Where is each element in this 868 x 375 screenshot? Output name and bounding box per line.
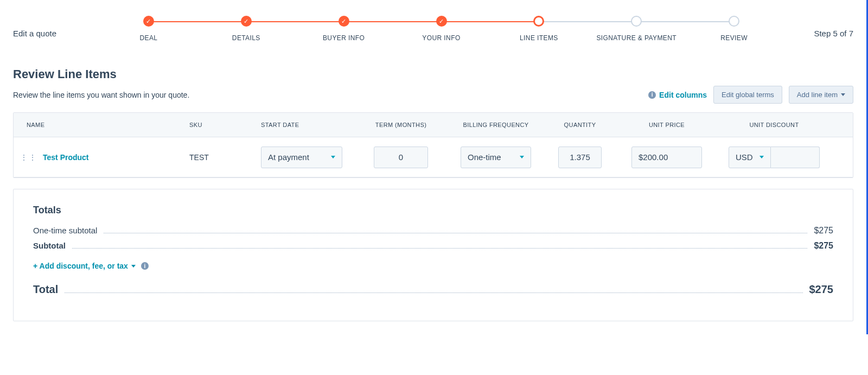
add-discount-label: + Add discount, fee, or tax	[33, 262, 128, 270]
column-header-unit-price[interactable]: UNIT PRICE	[612, 113, 721, 137]
totals-title: Totals	[33, 205, 833, 216]
chevron-down-icon	[760, 156, 764, 158]
step-label: DETAILS	[232, 34, 260, 42]
billing-frequency-value: One-time	[468, 152, 501, 162]
quantity-input[interactable]: 1.375	[558, 147, 602, 168]
step-buyer-info[interactable]: ✓ BUYER INFO	[295, 16, 393, 42]
line-item-sku: TEST	[189, 153, 209, 162]
line-items-table: NAME SKU START DATE TERM (MONTHS) BILLIN…	[13, 112, 853, 178]
unit-discount-currency-value: USD	[736, 152, 753, 162]
chevron-down-icon	[331, 156, 335, 158]
one-time-subtotal-label: One-time subtotal	[33, 226, 101, 235]
table-header: NAME SKU START DATE TERM (MONTHS) BILLIN…	[14, 113, 853, 137]
chevron-down-icon	[520, 156, 524, 158]
line-item-name-link[interactable]: Test Product	[43, 153, 89, 162]
step-signature-payment[interactable]: SIGNATURE & PAYMENT	[588, 16, 685, 42]
one-time-subtotal-value: $275	[809, 226, 833, 236]
subtotal-label: Subtotal	[33, 241, 70, 250]
chevron-down-icon	[131, 265, 136, 268]
step-label: LINE ITEMS	[520, 34, 558, 42]
step-label: SIGNATURE & PAYMENT	[596, 34, 676, 42]
subtotal-value: $275	[809, 241, 833, 251]
info-icon[interactable]: i	[141, 262, 149, 270]
term-value: 0	[399, 152, 403, 162]
totals-panel: Totals One-time subtotal $275 Subtotal $…	[13, 189, 853, 321]
column-header-billing-frequency[interactable]: BILLING FREQUENCY	[444, 113, 547, 137]
column-header-name[interactable]: NAME	[14, 113, 183, 137]
current-step-icon	[533, 16, 544, 27]
table-row: ⋮⋮ Test Product TEST At payment 0	[14, 137, 853, 177]
drag-handle-icon[interactable]: ⋮⋮	[20, 156, 37, 159]
step-deal[interactable]: ✓ DEAL	[100, 16, 197, 42]
check-icon: ✓	[436, 16, 447, 27]
future-step-icon	[631, 16, 642, 27]
step-counter: Step 5 of 7	[794, 20, 853, 38]
total-label: Total	[33, 283, 62, 296]
edit-global-terms-label: Edit global terms	[722, 91, 774, 99]
unit-price-value: $200.00	[639, 152, 668, 162]
step-label: YOUR INFO	[422, 34, 460, 42]
step-line-items[interactable]: LINE ITEMS	[490, 16, 588, 42]
wizard-stepper: ✓ DEAL ✓ DETAILS ✓ BUYER INFO ✓ YOUR INF…	[100, 16, 783, 42]
check-icon: ✓	[339, 16, 349, 27]
page-title: Review Line Items	[13, 67, 853, 81]
page-subtitle: Review the line items you want shown in …	[13, 91, 648, 99]
add-line-item-button[interactable]: Add line item	[789, 86, 853, 104]
add-line-item-label: Add line item	[797, 91, 838, 99]
column-header-start-date[interactable]: START DATE	[254, 113, 358, 137]
column-header-term[interactable]: TERM (MONTHS)	[358, 113, 444, 137]
future-step-icon	[729, 16, 739, 27]
step-label: REVIEW	[720, 34, 748, 42]
total-value: $275	[805, 283, 834, 296]
start-date-value: At payment	[268, 152, 309, 162]
edit-global-terms-button[interactable]: Edit global terms	[713, 86, 782, 104]
check-icon: ✓	[241, 16, 252, 27]
chevron-down-icon	[841, 93, 845, 96]
step-label: DEAL	[139, 34, 157, 42]
term-input[interactable]: 0	[374, 147, 428, 168]
billing-frequency-select[interactable]: One-time	[461, 147, 531, 168]
check-icon: ✓	[143, 16, 154, 27]
page-content: Review Line Items Review the line items …	[0, 48, 868, 334]
column-header-quantity[interactable]: QUANTITY	[547, 113, 612, 137]
page-context-title: Edit a quote	[13, 20, 89, 38]
step-your-info[interactable]: ✓ YOUR INFO	[393, 16, 490, 42]
unit-discount-input[interactable]	[771, 147, 820, 168]
column-header-unit-discount[interactable]: UNIT DISCOUNT	[721, 113, 827, 137]
step-details[interactable]: ✓ DETAILS	[197, 16, 295, 42]
step-label: BUYER INFO	[323, 34, 365, 42]
add-discount-fee-tax-button[interactable]: + Add discount, fee, or tax	[33, 262, 136, 270]
start-date-select[interactable]: At payment	[261, 147, 342, 168]
wizard-header: Edit a quote ✓ DEAL ✓ DETAILS ✓ BUYER IN…	[0, 0, 868, 48]
quantity-value: 1.375	[570, 152, 590, 162]
step-review[interactable]: REVIEW	[685, 16, 783, 42]
unit-discount-currency-select[interactable]: USD	[729, 147, 771, 168]
edit-columns-label: Edit columns	[659, 91, 707, 99]
unit-price-input[interactable]: $200.00	[631, 147, 702, 168]
edit-columns-link[interactable]: i Edit columns	[648, 91, 707, 99]
info-icon: i	[648, 91, 656, 99]
column-header-sku[interactable]: SKU	[183, 113, 254, 137]
